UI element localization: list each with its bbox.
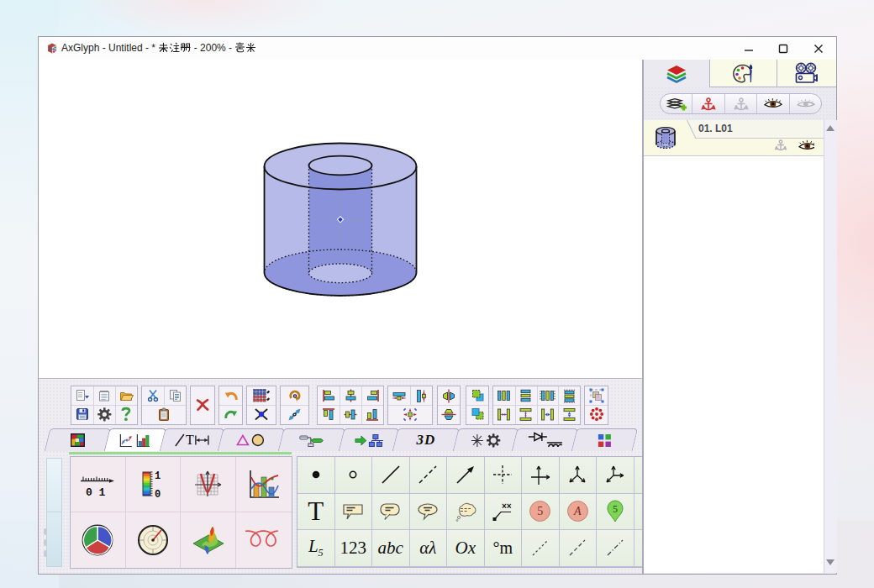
svg-text:5: 5 bbox=[613, 502, 618, 514]
svg-text:××: ×× bbox=[502, 501, 512, 511]
svg-text:1: 1 bbox=[155, 470, 161, 482]
svg-text:0 1: 0 1 bbox=[86, 486, 106, 497]
svg-text:0: 0 bbox=[155, 489, 161, 500]
